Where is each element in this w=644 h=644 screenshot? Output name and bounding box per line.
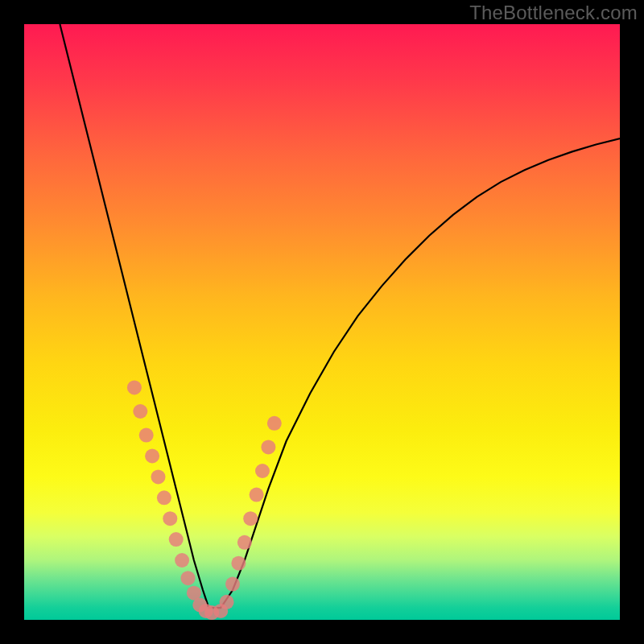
bottleneck-curve-path <box>60 24 620 608</box>
marker-dot <box>151 469 166 484</box>
watermark-text: TheBottleneck.com <box>469 2 638 24</box>
marker-dot <box>225 577 240 592</box>
marker-dot <box>231 556 246 571</box>
marker-dot <box>243 511 258 526</box>
marker-dot <box>250 488 264 502</box>
marker-dot <box>220 595 234 609</box>
marker-dot <box>237 535 252 550</box>
marker-dot <box>139 428 154 443</box>
marker-group <box>127 380 282 620</box>
marker-dot <box>157 490 171 505</box>
marker-dot <box>255 464 270 478</box>
chart-frame: TheBottleneck.com <box>0 0 644 644</box>
marker-dot <box>127 380 142 394</box>
bottleneck-curve-svg <box>24 24 620 620</box>
marker-dot <box>261 440 275 454</box>
marker-dot <box>163 511 177 526</box>
gradient-plot-area <box>24 24 620 620</box>
marker-dot <box>169 532 184 547</box>
marker-dot <box>175 553 189 568</box>
marker-dot <box>145 449 159 464</box>
marker-dot <box>133 404 147 419</box>
marker-dot <box>181 571 196 585</box>
marker-dot <box>267 416 282 431</box>
